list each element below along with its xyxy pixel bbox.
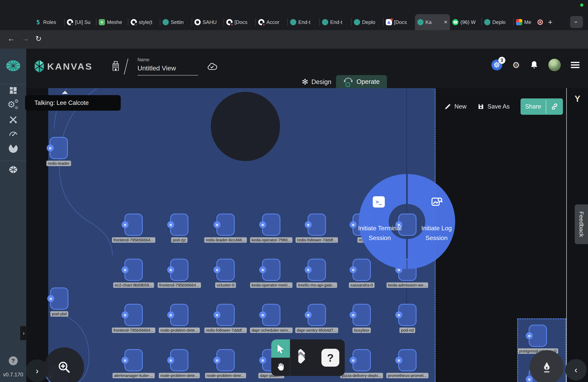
back-button[interactable]: ←: [7, 34, 15, 43]
sidebar-expand-handle[interactable]: ›: [20, 326, 27, 340]
pod-node[interactable]: ▦keda-operator-7f9fd...: [262, 213, 280, 236]
pod-node-label: pod-nd: [399, 328, 415, 333]
pen-nib-icon: [541, 361, 553, 373]
close-tab-icon[interactable]: ✕: [444, 20, 448, 25]
pod-icon: ▦: [122, 221, 128, 228]
browser-tab[interactable]: Deplo: [352, 14, 383, 30]
collapse-right-panel-button[interactable]: ‹: [565, 359, 587, 381]
browser-tab[interactable]: +Meshe: [96, 14, 128, 30]
canvas[interactable]: ▦frontend-795b56664...▦pod-zjz▦redis-lea…: [26, 88, 588, 382]
pod-node[interactable]: ▦frontend-795b56664...: [170, 259, 189, 281]
pod-node[interactable]: ▦dapr-scheduler-serv...: [262, 304, 280, 326]
browser-tab[interactable]: End-t: [320, 14, 351, 30]
pod-node-label: node-problem-dete...: [205, 373, 246, 378]
browser-tab[interactable]: [Docs: [383, 14, 415, 30]
pod-icon: ▦: [526, 376, 533, 382]
hamburger-menu-icon[interactable]: [571, 62, 579, 68]
pod-node[interactable]: ▦alertmanager-kube-...: [125, 349, 143, 371]
forward-button[interactable]: →: [22, 34, 29, 43]
log-session-segment[interactable]: [408, 174, 455, 269]
sidebar-item-lifecycle[interactable]: ⚙⚙⚙: [0, 100, 26, 110]
new-button[interactable]: New: [444, 103, 466, 110]
notifications-bell-icon[interactable]: [530, 61, 538, 69]
name-field-value[interactable]: Untitled View: [137, 64, 198, 72]
kanvas-brand[interactable]: KANVAS: [34, 60, 92, 73]
browser-tab[interactable]: 5Roles: [33, 14, 64, 30]
browser-tab[interactable]: ☎(96) W: [450, 14, 482, 30]
save-as-button[interactable]: Save As: [477, 103, 510, 110]
sidebar-item-configuration[interactable]: [0, 115, 26, 124]
sidebar-item-kanvas[interactable]: [0, 165, 26, 174]
help-button[interactable]: ?: [9, 356, 18, 365]
pod-icon: ▦: [259, 266, 266, 273]
organization-icon[interactable]: [111, 61, 120, 71]
browser-tab[interactable]: End-t: [288, 14, 319, 30]
pod-node[interactable]: ▦treefic-ms-api-gate...: [308, 259, 326, 281]
layers-button[interactable]: [297, 347, 318, 369]
browser-tab[interactable]: ✓[UI] Su: [64, 14, 96, 30]
select-tool-button[interactable]: [271, 340, 290, 358]
sidebar-item-extensions[interactable]: [0, 144, 26, 153]
pod-node-label: keda-operator-7f9fd...: [250, 237, 293, 243]
browser-tab[interactable]: SAHU: [192, 14, 224, 30]
kubernetes-context-icon[interactable]: ☸ 3: [491, 60, 502, 70]
feedback-tab[interactable]: Feedback: [575, 204, 588, 244]
pod-node[interactable]: ▦pod-zjz: [170, 213, 189, 236]
log-session-icon[interactable]: [431, 195, 443, 208]
sidebar-divider: [0, 84, 26, 85]
browser-tab[interactable]: ✓style(t: [128, 14, 160, 30]
browser-tab[interactable]: Settin: [160, 14, 192, 30]
user-avatar[interactable]: [548, 59, 561, 71]
pod-node[interactable]: ▦pod-nd: [398, 304, 417, 326]
browser-tab[interactable]: ✕[Docs: [224, 14, 255, 30]
pod-node[interactable]: ▦ec2-chart-9b69b59...: [125, 259, 143, 281]
pod-node[interactable]: ▦frontend-795b56664...: [125, 213, 143, 236]
pan-tool-button[interactable]: [271, 358, 290, 376]
pod-node[interactable]: ▦redis-leader-6cc466...: [216, 213, 235, 236]
pod-node[interactable]: ▦keda-operator-metri...: [262, 259, 280, 281]
sidebar-item-performance[interactable]: [0, 129, 26, 137]
header-actions: ☸ 3 ⚙: [491, 59, 579, 71]
copy-link-button[interactable]: [546, 98, 563, 115]
browser-tab[interactable]: Deplo: [482, 14, 513, 30]
tab-search-button[interactable]: ›: [570, 16, 583, 28]
pod-node-label: redis-follower-7dddf...: [204, 328, 247, 333]
pod-node[interactable]: ▦postgresql-primary-0: [529, 325, 547, 347]
browser-tab[interactable]: Me: [514, 14, 545, 30]
tab-design[interactable]: ✻ Design: [297, 75, 336, 88]
terminal-session-label[interactable]: Initiate Terminal Session: [351, 223, 409, 243]
annotate-pen-button[interactable]: [530, 350, 564, 382]
pod-node[interactable]: ▦dapr-sentry-6fcb4d7...: [308, 304, 326, 326]
browser-tab[interactable]: ✕Accor: [256, 14, 287, 30]
pod-node[interactable]: ▦node-problem-dete...: [170, 304, 189, 326]
tab-list: 5Roles✓[UI] Su+Meshe✓style(tSettinSAHU✕[…: [33, 14, 552, 30]
sidebar-meshery-logo[interactable]: [0, 60, 26, 72]
pod-node[interactable]: ▦prometheus-promet...: [398, 349, 417, 371]
sidebar-item-dashboard[interactable]: [0, 86, 26, 95]
pod-node[interactable]: ▦redis-follower-7dddf...: [216, 304, 235, 326]
reload-button[interactable]: ↻: [35, 34, 42, 43]
share-button[interactable]: Share: [521, 98, 546, 115]
pod-node[interactable]: ▦redis-follower-7dddf...: [308, 213, 326, 236]
pod-node[interactable]: ▦pizza-delivery-deplo...: [353, 349, 371, 371]
browser-tab[interactable]: Ka✕: [415, 14, 450, 30]
view-name-field[interactable]: Name Untitled View: [137, 57, 198, 75]
name-field-label: Name: [137, 57, 198, 63]
terminal-icon[interactable]: >_: [373, 196, 385, 208]
pod-node[interactable]: ▦redis-leader: [50, 137, 68, 159]
pod-node[interactable]: ▦pod-ybd: [50, 287, 68, 310]
pod-node[interactable]: ▦node-problem-dete...: [170, 349, 189, 371]
tab-label: SAHU: [203, 19, 221, 25]
settings-gear-icon[interactable]: ⚙: [512, 60, 520, 70]
log-session-label[interactable]: Initiate Log Session: [411, 223, 462, 243]
terminal-session-segment[interactable]: [359, 174, 406, 269]
cloud-sync-icon[interactable]: [207, 62, 218, 70]
pod-node[interactable]: ▦busybox: [353, 304, 371, 326]
collapse-caret-icon[interactable]: [62, 91, 68, 94]
pod-node[interactable]: ▦vcluster-0: [216, 259, 235, 281]
pod-node[interactable]: ▦frontend-795b56664...: [125, 304, 143, 326]
tab-operate[interactable]: Operate: [336, 75, 387, 88]
new-tab-button[interactable]: +: [548, 18, 552, 27]
toolbar-help-button[interactable]: ?: [321, 349, 339, 367]
pod-node[interactable]: ▦node-problem-dete...: [216, 349, 235, 371]
